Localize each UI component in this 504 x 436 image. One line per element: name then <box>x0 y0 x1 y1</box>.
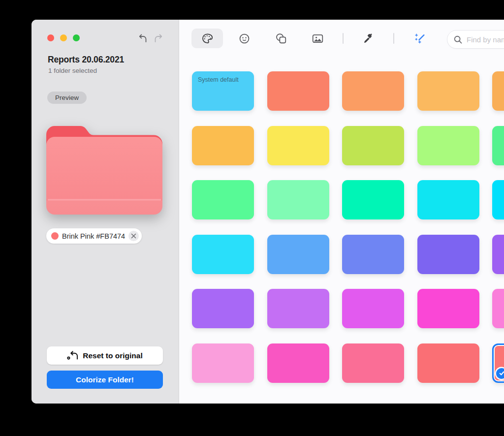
selected-check-icon <box>496 368 504 379</box>
color-swatch[interactable] <box>417 126 479 165</box>
color-swatch[interactable] <box>192 289 254 328</box>
undo-button[interactable] <box>136 31 150 45</box>
colorize-button-label: Colorize Folder! <box>76 375 134 384</box>
desktop-background: { "titlebar": { "icons": ["undo-icon", "… <box>0 0 504 436</box>
toolbar-divider <box>393 33 394 44</box>
color-swatch[interactable] <box>267 71 329 111</box>
search-field[interactable] <box>447 30 504 49</box>
sidebar: Reports 20.06.2021 1 folder selected Pre… <box>32 20 179 404</box>
smiley-icon <box>238 32 251 45</box>
color-swatch[interactable] <box>492 289 504 328</box>
color-swatch[interactable] <box>417 235 479 274</box>
app-window: Reports 20.06.2021 1 folder selected Pre… <box>32 20 504 404</box>
color-swatch[interactable] <box>492 343 504 383</box>
folder-preview <box>46 118 162 216</box>
palette-tool-button[interactable] <box>191 29 223 48</box>
color-swatch[interactable] <box>492 180 504 219</box>
reset-button-label: Reset to original <box>83 351 142 360</box>
color-swatch[interactable] <box>342 289 404 328</box>
color-swatch[interactable] <box>342 235 404 274</box>
selection-count-label: 1 folder selected <box>48 67 97 74</box>
search-icon <box>453 35 463 44</box>
redo-button[interactable] <box>152 31 165 45</box>
color-swatch[interactable] <box>267 126 329 165</box>
emoji-tool-button[interactable] <box>233 29 255 48</box>
palette-icon <box>201 32 214 45</box>
color-swatch[interactable] <box>342 71 404 111</box>
color-swatch[interactable] <box>342 126 404 165</box>
close-icon <box>131 233 136 239</box>
color-swatch[interactable]: System default <box>192 71 254 111</box>
swatch-label: System default <box>198 76 239 83</box>
selected-color-chip: Brink Pink #FB7474 <box>46 228 142 244</box>
minimize-window-button[interactable] <box>60 34 67 41</box>
color-swatch[interactable] <box>417 343 479 383</box>
undo-icon <box>137 33 149 44</box>
main-panel: System default <box>179 20 504 404</box>
color-dot <box>51 232 59 240</box>
toolbar-divider <box>343 33 344 44</box>
search-input[interactable] <box>467 35 504 44</box>
color-swatch[interactable] <box>492 71 504 111</box>
color-swatch[interactable] <box>342 343 404 383</box>
color-swatch[interactable] <box>417 289 479 328</box>
shapes-icon <box>275 32 287 45</box>
color-swatch-grid: System default <box>192 71 504 383</box>
magic-wand-tool-button[interactable] <box>409 29 431 48</box>
color-swatch[interactable] <box>417 71 479 111</box>
color-swatch[interactable] <box>192 180 254 219</box>
color-swatch[interactable] <box>267 235 329 274</box>
color-swatch[interactable] <box>417 180 479 219</box>
image-icon <box>312 32 324 45</box>
color-chip-label: Brink Pink #FB7474 <box>62 232 125 240</box>
remove-color-button[interactable] <box>128 231 139 241</box>
color-swatch[interactable] <box>492 235 504 274</box>
preview-badge: Preview <box>47 92 87 104</box>
folder-icon <box>46 118 162 216</box>
reset-to-original-button[interactable]: Reset to original <box>47 346 163 365</box>
color-swatch[interactable] <box>267 343 329 383</box>
color-swatch[interactable] <box>267 289 329 328</box>
color-swatch[interactable] <box>342 180 404 219</box>
magic-wand-icon <box>414 32 426 45</box>
zoom-window-button[interactable] <box>73 34 80 41</box>
color-swatch[interactable] <box>492 126 504 165</box>
close-window-button[interactable] <box>47 34 54 41</box>
color-swatch[interactable] <box>192 126 254 165</box>
redo-icon <box>153 33 164 44</box>
page-title: Reports 20.06.2021 <box>48 55 124 65</box>
colorize-folder-button[interactable]: Colorize Folder! <box>47 371 163 389</box>
color-swatch[interactable] <box>267 180 329 219</box>
eyedropper-tool-button[interactable] <box>357 29 379 48</box>
color-swatch[interactable] <box>192 343 254 383</box>
color-swatch[interactable] <box>192 235 254 274</box>
eyedropper-icon <box>362 32 375 45</box>
shapes-tool-button[interactable] <box>270 29 292 48</box>
image-tool-button[interactable] <box>307 29 328 48</box>
reset-undo-icon <box>67 350 79 361</box>
